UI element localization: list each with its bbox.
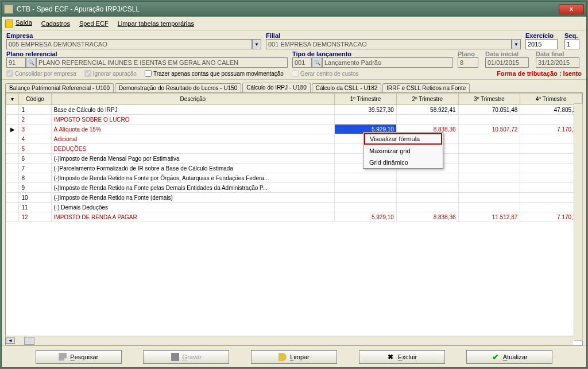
cell-q4[interactable] — [520, 193, 582, 203]
cell-q1[interactable] — [335, 115, 397, 125]
table-row[interactable]: 10(-)Imposto de Renda Retido na Fonte (d… — [6, 193, 582, 203]
cell-descricao[interactable]: (-)Imposto de Renda Mensal Pago por Esti… — [51, 154, 335, 164]
plano-ref-lookup[interactable]: 🔍 — [26, 57, 36, 68]
cell-q4[interactable] — [520, 183, 582, 193]
table-row[interactable]: 11(-) Demais Deduções — [6, 203, 582, 212]
tab-irrf[interactable]: IRRF e CSLL Retidos na Fonte — [382, 83, 470, 92]
cell-q1[interactable] — [335, 173, 397, 183]
exercicio-input[interactable] — [525, 39, 558, 49]
plano-ref-desc[interactable] — [36, 57, 288, 68]
cell-descricao[interactable]: IMPOSTO DE RENDA A PAGAR — [51, 212, 335, 222]
cell-q4[interactable] — [520, 164, 582, 173]
cell-q4[interactable] — [520, 203, 582, 212]
cell-q3[interactable]: 70.051,48 — [458, 105, 520, 115]
cell-codigo[interactable]: 8 — [19, 173, 51, 183]
cell-q1[interactable] — [335, 203, 397, 212]
col-q1[interactable]: 1º Trimestre — [335, 94, 397, 105]
cell-q3[interactable] — [458, 203, 520, 212]
tipo-lanc-code[interactable] — [292, 57, 312, 68]
cell-q2[interactable]: 58.922,41 — [396, 105, 458, 115]
menu-sped[interactable]: Sped ECF — [79, 20, 109, 27]
cell-codigo[interactable]: 9 — [19, 183, 51, 193]
cell-descricao[interactable]: (-) Demais Deduções — [51, 203, 335, 212]
cell-descricao[interactable]: (-)Imposto de Renda Retido na Fonte (dem… — [51, 193, 335, 203]
cell-q4[interactable]: 7.170,78 — [520, 125, 582, 134]
cell-q3[interactable] — [458, 134, 520, 144]
cell-descricao[interactable]: À Alíquota de 15% — [51, 125, 335, 134]
cell-q4[interactable] — [520, 115, 582, 125]
col-q2[interactable]: 2º Trimestre — [396, 94, 458, 105]
excluir-button[interactable]: ✖Excluir — [359, 350, 445, 364]
cell-codigo[interactable]: 3 — [19, 125, 51, 134]
cell-descricao[interactable]: DEDUÇÕES — [51, 144, 335, 154]
menu-saida[interactable]: Saída — [5, 19, 32, 27]
cell-q3[interactable] — [458, 173, 520, 183]
menu-limpar-tabelas[interactable]: Limpar tabelas temporárias — [118, 20, 194, 27]
cell-descricao[interactable]: (-)Parcelamento Formalizado de IR sobre … — [51, 164, 335, 173]
cell-q4[interactable] — [520, 154, 582, 164]
pesquisar-button[interactable]: Pesquisar — [36, 350, 122, 364]
ctx-visualizar-formula[interactable]: Visualizar fórmula — [364, 133, 442, 145]
tipo-lanc-lookup[interactable]: 🔍 — [312, 57, 322, 68]
cell-codigo[interactable]: 10 — [19, 193, 51, 203]
tab-u100[interactable]: Balanço Patrimonial Referencial - U100 — [5, 83, 114, 92]
table-row[interactable]: 8(-)Imposto de Renda Retido na Fonte por… — [6, 173, 582, 183]
col-descricao[interactable]: Descrição — [51, 94, 335, 105]
table-row[interactable]: ▶3À Alíquota de 15%5.929,108.838,3610.50… — [6, 125, 582, 134]
cell-codigo[interactable]: 4 — [19, 134, 51, 144]
cell-codigo[interactable]: 12 — [19, 212, 51, 222]
cell-q3[interactable]: 11.512,87 — [458, 212, 520, 222]
cell-q2[interactable]: 8.838,36 — [396, 212, 458, 222]
cell-descricao[interactable]: Base de Cálculo do IRPJ — [51, 105, 335, 115]
table-row[interactable]: 6(-)Imposto de Renda Mensal Pago por Est… — [6, 154, 582, 164]
cell-q4[interactable] — [520, 134, 582, 144]
close-button[interactable]: X — [559, 4, 584, 14]
limpar-button[interactable]: Limpar — [251, 350, 337, 364]
cell-descricao[interactable]: (-)Imposto de Renda Retido na Fonte por … — [51, 173, 335, 183]
table-row[interactable]: 7(-)Parcelamento Formalizado de IR sobre… — [6, 164, 582, 173]
cell-q3[interactable] — [458, 115, 520, 125]
cell-q3[interactable] — [458, 193, 520, 203]
col-indicator[interactable]: ▾ — [6, 94, 19, 105]
tipo-lanc-desc[interactable] — [322, 57, 453, 68]
cell-q1[interactable] — [335, 193, 397, 203]
cell-q3[interactable] — [458, 183, 520, 193]
atualizar-button[interactable]: ✔Atualizar — [466, 350, 552, 364]
cell-q2[interactable] — [396, 183, 458, 193]
cell-q1[interactable] — [335, 183, 397, 193]
tab-u150[interactable]: Demonstração do Resultado do Lucros - U1… — [115, 83, 241, 92]
cell-q4[interactable]: 7.170,78 — [520, 212, 582, 222]
cell-codigo[interactable]: 5 — [19, 144, 51, 154]
col-q4[interactable]: 4º Trimestre — [520, 94, 582, 105]
ctx-maximizar-grid[interactable]: Maximizar grid — [363, 145, 443, 157]
table-row[interactable]: 4Adicional — [6, 134, 582, 144]
cell-descricao[interactable]: IMPOSTO SOBRE O LUCRO — [51, 115, 335, 125]
cell-q2[interactable] — [396, 173, 458, 183]
chk-trazer[interactable]: Trazer apenas contas que possuam movimen… — [145, 70, 284, 77]
cell-q2[interactable] — [396, 193, 458, 203]
cell-codigo[interactable]: 1 — [19, 105, 51, 115]
table-row[interactable]: 1Base de Cálculo do IRPJ39.527,3058.922,… — [6, 105, 582, 115]
cell-q4[interactable] — [520, 173, 582, 183]
cell-descricao[interactable]: (-)Imposto de Renda Retido na Fonte pela… — [51, 183, 335, 193]
filial-input[interactable] — [266, 39, 512, 49]
filial-dropdown[interactable]: ▼ — [512, 39, 521, 49]
vertical-scrollbar[interactable] — [574, 103, 583, 341]
table-row[interactable]: 5DEDUÇÕES — [6, 144, 582, 154]
cell-q3[interactable] — [458, 154, 520, 164]
cell-descricao[interactable]: Adicional — [51, 134, 335, 144]
empresa-input[interactable] — [6, 39, 252, 49]
cell-codigo[interactable]: 6 — [19, 154, 51, 164]
cell-q2[interactable] — [396, 203, 458, 212]
cell-q2[interactable] — [396, 115, 458, 125]
cell-q1[interactable]: 5.929,10 — [335, 212, 397, 222]
cell-codigo[interactable]: 11 — [19, 203, 51, 212]
cell-q4[interactable]: 47.805,23 — [520, 105, 582, 115]
cell-codigo[interactable]: 7 — [19, 164, 51, 173]
tab-u182[interactable]: Cálculo da CSLL - U182 — [312, 83, 381, 92]
tab-u180[interactable]: Cálculo do IRPJ - U180 — [242, 83, 311, 92]
empresa-dropdown[interactable]: ▼ — [252, 39, 261, 49]
seq-input[interactable] — [564, 39, 579, 49]
table-row[interactable]: 12IMPOSTO DE RENDA A PAGAR5.929,108.838,… — [6, 212, 582, 222]
col-q3[interactable]: 3º Trimestre — [458, 94, 520, 105]
